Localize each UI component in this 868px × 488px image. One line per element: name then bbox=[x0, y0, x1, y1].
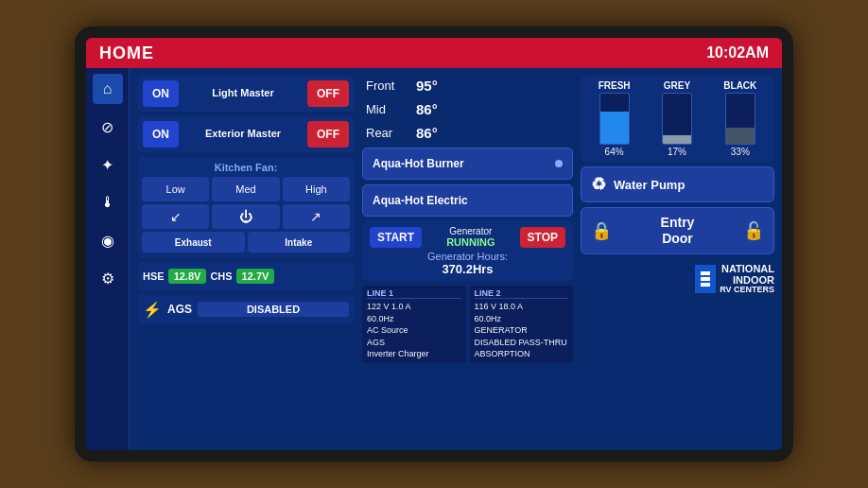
line1-info: 122 V 1.0 A 60.0Hz AC Source AGS Inverte… bbox=[367, 301, 461, 360]
line1-charger: Inverter Charger bbox=[367, 349, 429, 358]
kitchen-fan-section: Kitchen Fan: Low Med High ↙ ⏻ ↗ bbox=[137, 157, 355, 257]
tank-grey-fill bbox=[663, 135, 691, 144]
ags-row: ⚡ AGS DISABLED bbox=[137, 295, 355, 323]
tank-fresh: FRESH 64% bbox=[599, 80, 631, 157]
line1-current: 1.0 A bbox=[391, 302, 411, 311]
light-master-row: ON Light Master OFF bbox=[137, 76, 355, 112]
tank-black: BLACK 33% bbox=[723, 80, 756, 157]
fan-down-arrow-button[interactable]: ↙ bbox=[142, 204, 209, 229]
sidebar-item-brightness[interactable]: ✦ bbox=[93, 149, 123, 180]
line1-box: LINE 1 122 V 1.0 A 60.0Hz AC Source AGS … bbox=[362, 286, 466, 363]
logo-icon bbox=[695, 265, 716, 293]
door-lock-icon-left: 🔒 bbox=[591, 220, 612, 241]
sidebar: ⌂ ⊘ ✦ 🌡 ◉ ⚙ bbox=[86, 68, 130, 450]
line1-freq: 60.0Hz bbox=[367, 314, 394, 323]
sidebar-item-home[interactable]: ⌂ bbox=[93, 74, 123, 104]
main-row: ON Light Master OFF ON Exterior Master O… bbox=[137, 76, 774, 363]
exterior-master-row: ON Exterior Master OFF bbox=[137, 116, 355, 152]
tablet-device: HOME 10:02AM ⌂ ⊘ ✦ 🌡 ◉ ⚙ bbox=[75, 26, 793, 462]
water-pump-label: Water Pump bbox=[614, 178, 685, 192]
logo-line3: RV CENTERS bbox=[720, 286, 774, 295]
tank-fresh-bar bbox=[599, 93, 630, 145]
entry-door-button[interactable]: 🔒 Entry Door 🔓 bbox=[581, 207, 774, 254]
sidebar-item-thermometer[interactable]: 🌡 bbox=[93, 187, 123, 218]
temp-rear-row: Rear 86° bbox=[362, 123, 573, 143]
line2-current: 18.0 A bbox=[499, 302, 524, 311]
light-master-label: Light Master bbox=[182, 87, 304, 99]
temp-rear-value: 86° bbox=[416, 125, 438, 141]
fan-med-button[interactable]: Med bbox=[212, 177, 279, 201]
tank-grey: GREY 17% bbox=[662, 80, 692, 157]
left-column: ON Light Master OFF ON Exterior Master O… bbox=[137, 76, 355, 323]
tank-black-bar bbox=[725, 93, 755, 145]
tank-black-pct: 33% bbox=[731, 147, 750, 157]
water-pump-button[interactable]: ♻ Water Pump bbox=[581, 166, 774, 202]
tank-fresh-fill bbox=[600, 112, 629, 144]
exterior-master-off-button[interactable]: OFF bbox=[307, 121, 349, 148]
entry-door-line1: Entry bbox=[612, 215, 743, 231]
entry-door-line2: Door bbox=[612, 231, 743, 247]
water-pump-icon: ♻ bbox=[591, 174, 606, 195]
ags-status: DISABLED bbox=[198, 302, 349, 317]
line1-ags: AGS bbox=[367, 338, 385, 347]
generator-controls-row: START Generator RUNNING STOP bbox=[370, 226, 565, 248]
line2-voltage: 116 V bbox=[475, 302, 497, 311]
aqua-hot-burner-button[interactable]: Aqua-Hot Burner bbox=[362, 148, 573, 180]
generator-hours-label: Generator Hours: bbox=[370, 251, 565, 262]
logo-area: NATIONAL INDOOR RV CENTERS bbox=[581, 263, 774, 295]
header-time: 10:02AM bbox=[706, 44, 769, 61]
generator-section: START Generator RUNNING STOP Generator H… bbox=[362, 221, 573, 281]
generator-stop-button[interactable]: STOP bbox=[520, 227, 565, 248]
sidebar-item-gear[interactable]: ⚙ bbox=[93, 263, 123, 293]
sidebar-item-eye[interactable]: ◉ bbox=[93, 225, 123, 255]
temp-rear-label: Rear bbox=[366, 126, 408, 140]
tank-grey-label: GREY bbox=[664, 80, 690, 91]
fan-low-button[interactable]: Low bbox=[142, 177, 209, 201]
tank-grey-pct: 17% bbox=[668, 147, 686, 157]
fan-high-button[interactable]: High bbox=[283, 177, 350, 201]
entry-door-label: Entry Door bbox=[612, 215, 743, 247]
generator-status: Generator RUNNING bbox=[427, 226, 513, 248]
temp-mid-label: Mid bbox=[366, 102, 408, 116]
exhaust-intake-row: Exhaust Intake bbox=[142, 232, 350, 253]
ags-label: AGS bbox=[167, 303, 192, 316]
chs-value: 12.7V bbox=[236, 269, 275, 284]
line2-box: LINE 2 116 V 18.0 A 60.0Hz GENERATOR DIS… bbox=[470, 286, 574, 363]
aqua-hot-burner-label: Aqua-Hot Burner bbox=[373, 157, 464, 170]
ags-icon: ⚡ bbox=[143, 301, 162, 319]
sidebar-item-no-entry[interactable]: ⊘ bbox=[93, 112, 123, 142]
temp-front-value: 95° bbox=[416, 78, 438, 94]
exterior-master-on-button[interactable]: ON bbox=[143, 121, 179, 148]
content-area: ON Light Master OFF ON Exterior Master O… bbox=[130, 68, 782, 450]
fan-power-button[interactable]: ⏻ bbox=[212, 204, 279, 229]
hse-chs-row: HSE 12.8V CHS 12.7V bbox=[137, 262, 355, 290]
generator-running-line1: Generator bbox=[427, 226, 513, 236]
line1-source: AC Source bbox=[367, 325, 408, 335]
tank-black-label: BLACK bbox=[723, 80, 756, 91]
line2-freq: 60.0Hz bbox=[475, 314, 502, 323]
generator-start-button[interactable]: START bbox=[370, 227, 422, 248]
logo-line1: NATIONAL bbox=[720, 263, 774, 274]
light-master-off-button[interactable]: OFF bbox=[307, 80, 349, 107]
fan-speed-controls: Low Med High bbox=[142, 177, 350, 201]
aqua-hot-electric-label: Aqua-Hot Electric bbox=[373, 194, 468, 207]
hse-label: HSE bbox=[143, 270, 165, 282]
tank-fresh-pct: 64% bbox=[605, 147, 624, 157]
right-column: FRESH 64% GREY 1 bbox=[581, 76, 774, 295]
temperature-section: Front 95° Mid 86° Rear 86° bbox=[362, 76, 573, 143]
fan-up-arrow-button[interactable]: ↗ bbox=[283, 204, 350, 229]
exterior-master-label: Exterior Master bbox=[182, 128, 304, 140]
power-lines-section: LINE 1 122 V 1.0 A 60.0Hz AC Source AGS … bbox=[362, 286, 573, 363]
line1-title: LINE 1 bbox=[367, 288, 461, 299]
line2-title: LINE 2 bbox=[475, 288, 569, 299]
tanks-section: FRESH 64% GREY 1 bbox=[581, 76, 774, 162]
temp-front-row: Front 95° bbox=[362, 76, 573, 96]
door-lock-icon-right: 🔓 bbox=[743, 220, 764, 241]
light-master-on-button[interactable]: ON bbox=[143, 80, 179, 107]
kitchen-fan-title: Kitchen Fan: bbox=[142, 162, 350, 173]
aqua-hot-electric-button[interactable]: Aqua-Hot Electric bbox=[362, 184, 573, 217]
tank-fresh-label: FRESH bbox=[599, 80, 631, 91]
intake-button[interactable]: Intake bbox=[248, 232, 351, 253]
generator-running-line2: RUNNING bbox=[427, 236, 513, 248]
exhaust-button[interactable]: Exhaust bbox=[142, 232, 245, 253]
